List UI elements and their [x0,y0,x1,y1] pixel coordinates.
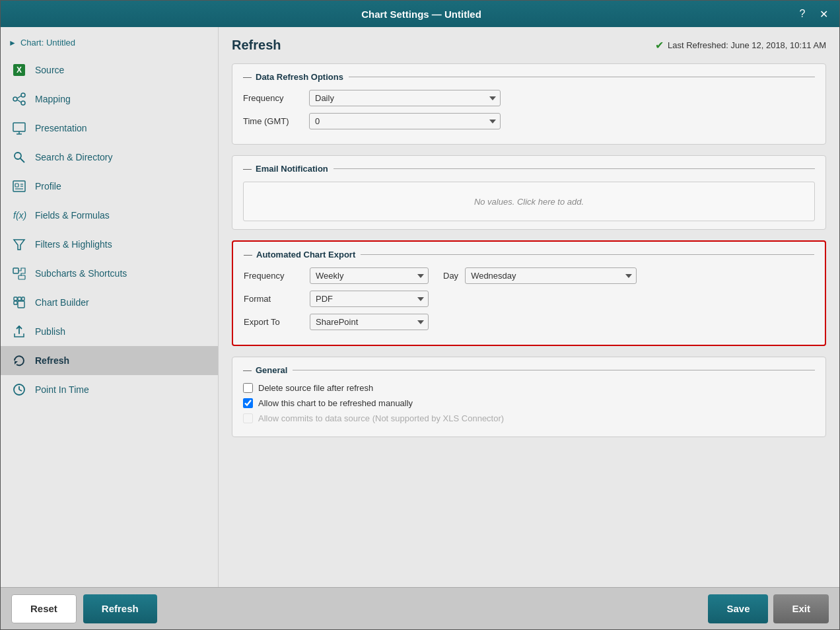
day-select[interactable]: Monday Tuesday Wednesday Thursday Friday… [465,267,637,284]
day-label: Day [443,271,458,281]
refresh-icon [11,353,27,368]
bottom-right: Save Exit [708,594,829,623]
email-notification-section: — Email Notification No values. Click he… [232,155,826,230]
frequency-select[interactable]: Daily Weekly Monthly Never [309,90,501,106]
breadcrumb[interactable]: ► Chart: Untitled [1,32,218,55]
checkbox-allow-refresh-input[interactable] [243,398,253,408]
checkbox-delete-source-label: Delete source file after refresh [258,383,373,393]
sidebar-label-mapping: Mapping [35,94,71,104]
svg-rect-19 [13,268,18,273]
checkbox-allow-commits: Allow commits to data source (Not suppor… [243,413,815,423]
last-refreshed: ✔ Last Refreshed: June 12, 2018, 10:11 A… [655,39,826,52]
last-refreshed-text: Last Refreshed: June 12, 2018, 10:11 AM [668,40,826,50]
svg-rect-23 [22,297,24,300]
general-section: — General Delete source file after refre… [232,357,826,437]
reset-button[interactable]: Reset [11,594,77,623]
sidebar-label-filters: Filters & Highlights [35,239,112,250]
svg-rect-22 [18,297,21,300]
breadcrumb-label: Chart: Untitled [20,38,75,48]
subcharts-icon [11,265,27,281]
sidebar-label-publish: Publish [35,326,65,337]
email-add-area[interactable]: No values. Click here to add. [243,182,815,221]
automated-export-section: — Automated Chart Export Frequency Never… [232,240,826,346]
mapping-icon [11,91,27,107]
svg-marker-26 [15,361,18,365]
checkbox-delete-source: Delete source file after refresh [243,383,815,393]
search-icon [11,149,27,165]
data-refresh-section: — Data Refresh Options Frequency Daily W… [232,63,826,145]
chevron-right-icon: ► [9,38,17,48]
builder-icon [11,295,27,310]
save-button[interactable]: Save [708,594,768,623]
sidebar-item-subcharts-shortcuts[interactable]: Subcharts & Shortcuts [1,259,218,288]
checkbox-allow-refresh: Allow this chart to be refreshed manuall… [243,398,815,408]
frequency-row: Frequency Daily Weekly Monthly Never [243,90,815,106]
data-refresh-title: Data Refresh Options [256,72,343,82]
checkbox-allow-commits-input[interactable] [243,413,253,423]
email-header: — Email Notification [243,164,815,174]
title-bar-actions: ? ✕ [794,6,831,22]
sidebar-label-point-in-time: Point In Time [35,384,89,395]
time-label: Time (GMT) [243,116,302,126]
filter-icon [11,236,27,252]
svg-rect-25 [18,301,24,308]
sidebar-item-point-in-time[interactable]: Point In Time [1,375,218,404]
svg-point-2 [13,97,17,101]
automated-export-header: — Automated Chart Export [244,250,814,260]
time-select[interactable]: 0 1 2 3 [309,113,501,129]
sidebar-item-mapping[interactable]: Mapping [1,85,218,114]
sidebar-label-source: Source [35,65,64,75]
svg-line-5 [17,96,21,98]
svg-line-11 [20,158,24,162]
sidebar-item-filters-highlights[interactable]: Filters & Highlights [1,230,218,259]
check-icon: ✔ [655,39,664,52]
general-header: — General [243,365,815,375]
sidebar-item-publish[interactable]: Publish [1,317,218,346]
svg-marker-18 [14,240,24,250]
sidebar-label-chart-builder: Chart Builder [35,297,89,308]
excel-icon: X [11,62,27,78]
title-bar: Chart Settings — Untitled ? ✕ [1,1,839,27]
bottom-left: Reset Refresh [11,594,157,623]
sidebar-label-fields: Fields & Formulas [35,210,110,221]
format-row: Format PDF PNG Excel [244,291,814,307]
email-placeholder: No values. Click here to add. [474,197,584,207]
close-button[interactable]: ✕ [816,6,831,22]
clock-icon [11,382,27,398]
time-row: Time (GMT) 0 1 2 3 [243,113,815,129]
dialog: Chart Settings — Untitled ? ✕ ► Chart: U… [0,0,840,630]
sidebar-label-search: Search & Directory [35,152,112,162]
frequency-label: Frequency [243,93,302,103]
svg-point-10 [15,153,21,159]
export-frequency-select[interactable]: Never Daily Weekly Monthly [310,267,429,284]
sidebar-item-search-directory[interactable]: Search & Directory [1,143,218,172]
svg-rect-24 [14,301,17,304]
presentation-icon [11,120,27,136]
sidebar-item-source[interactable]: X Source [1,55,218,85]
sidebar: ► Chart: Untitled X Source [1,27,219,587]
export-to-row: Export To SharePoint FTP Email [244,314,814,330]
checkbox-delete-source-input[interactable] [243,383,253,393]
automated-export-title: Automated Chart Export [256,250,355,260]
svg-rect-21 [14,297,17,300]
format-select[interactable]: PDF PNG Excel [310,291,429,307]
export-frequency-label: Frequency [244,271,303,281]
sidebar-item-fields-formulas[interactable]: f(x) Fields & Formulas [1,201,218,230]
svg-rect-20 [18,275,25,279]
exit-button[interactable]: Exit [773,594,829,623]
sidebar-item-refresh[interactable]: Refresh [1,346,218,375]
svg-rect-7 [13,123,25,131]
dialog-title: Chart Settings — Untitled [48,9,794,20]
sidebar-label-subcharts: Subcharts & Shortcuts [35,268,127,279]
help-button[interactable]: ? [794,6,810,22]
panel-header: Refresh ✔ Last Refreshed: June 12, 2018,… [232,38,826,53]
page-title: Refresh [232,38,281,53]
sidebar-item-chart-builder[interactable]: Chart Builder [1,288,218,317]
profile-icon [11,178,27,194]
sidebar-item-presentation[interactable]: Presentation [1,114,218,143]
checkbox-allow-commits-label: Allow commits to data source (Not suppor… [258,413,504,423]
sidebar-item-profile[interactable]: Profile [1,172,218,201]
export-to-select[interactable]: SharePoint FTP Email [310,314,429,330]
refresh-button[interactable]: Refresh [83,594,157,623]
svg-point-4 [21,101,25,105]
